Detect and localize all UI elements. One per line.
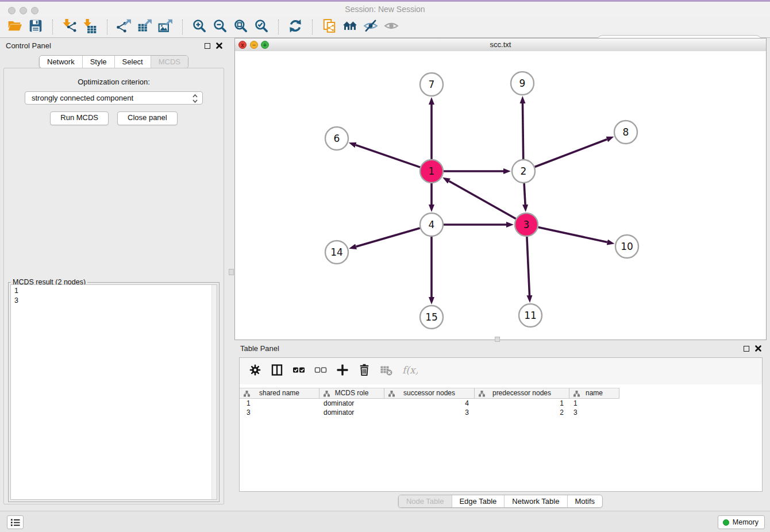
- node-15[interactable]: 15: [420, 306, 443, 329]
- task-history-button[interactable]: [7, 515, 24, 529]
- close-panel-icon[interactable]: [215, 42, 223, 49]
- close-table-panel-icon[interactable]: [754, 345, 762, 352]
- node-14[interactable]: 14: [325, 241, 348, 264]
- show-details-icon: [384, 18, 399, 36]
- duplicate-network-button[interactable]: [319, 18, 340, 36]
- table-tab-edge-table[interactable]: Edge Table: [451, 495, 504, 507]
- zoom-selected-button[interactable]: [251, 18, 272, 36]
- node-8[interactable]: 8: [614, 121, 637, 144]
- show-details-button: [381, 18, 402, 36]
- node-label: 6: [334, 133, 340, 144]
- node-2[interactable]: 2: [512, 160, 535, 183]
- edge-2-8[interactable]: [535, 140, 607, 167]
- save-session-button[interactable]: [25, 18, 46, 36]
- column-header-successor-nodes[interactable]: successor nodes: [384, 388, 475, 399]
- table-tab-node-table[interactable]: Node Table: [399, 495, 452, 507]
- memory-button[interactable]: Memory: [718, 515, 765, 529]
- table-cell: 1: [475, 399, 569, 408]
- select-all-button[interactable]: [289, 362, 309, 380]
- optimization-criterion-label: Optimization criterion:: [4, 78, 224, 86]
- table-cell: 3: [569, 408, 619, 417]
- refresh-button[interactable]: [285, 18, 306, 36]
- node-6[interactable]: 6: [325, 127, 348, 150]
- delete-column-button[interactable]: [355, 362, 374, 380]
- float-panel-icon[interactable]: [205, 43, 210, 49]
- network-title: scc.txt: [235, 40, 766, 49]
- edge-2-9[interactable]: [523, 103, 523, 159]
- column-header-label: predecessor nodes: [475, 388, 569, 398]
- node-label: 9: [519, 78, 526, 89]
- export-network-button[interactable]: [114, 18, 134, 36]
- main-toolbar: [0, 16, 770, 38]
- tab-style[interactable]: Style: [82, 56, 114, 68]
- column-header-MCDS-role[interactable]: MCDS role: [319, 388, 384, 399]
- export-table-icon: [137, 18, 152, 36]
- node-1[interactable]: 1: [420, 160, 443, 183]
- function-builder-icon: f(x): [398, 363, 418, 379]
- vertical-splitter-handle[interactable]: [229, 269, 234, 275]
- tab-mcds[interactable]: MCDS: [151, 56, 188, 68]
- node-label: 8: [623, 126, 629, 138]
- column-header-predecessor-nodes[interactable]: predecessor nodes: [475, 388, 569, 399]
- zoom-fit-button[interactable]: [230, 18, 251, 36]
- node-3[interactable]: 3: [515, 213, 538, 236]
- edge-1-6[interactable]: [356, 145, 420, 167]
- criterion-dropdown[interactable]: strongly connected component: [25, 91, 203, 105]
- edge-2-3[interactable]: [524, 183, 525, 205]
- table-tab-network-table[interactable]: Network Table: [504, 495, 567, 507]
- zoom-selected-icon: [254, 18, 269, 36]
- import-table-button[interactable]: [80, 18, 101, 36]
- edge-3-10[interactable]: [538, 228, 607, 242]
- toolbar-separator: [52, 20, 53, 34]
- deselect-all-button[interactable]: [311, 362, 330, 380]
- memory-label: Memory: [733, 518, 759, 526]
- network-home-button[interactable]: [340, 18, 360, 36]
- chevron-up-down-icon: [192, 93, 198, 104]
- node-4[interactable]: 4: [420, 213, 443, 236]
- float-table-panel-icon[interactable]: [744, 346, 749, 352]
- import-network-icon: [62, 18, 77, 36]
- export-table-button[interactable]: [134, 18, 155, 36]
- refresh-icon: [288, 18, 303, 36]
- table-row[interactable]: 1dominator411: [240, 399, 619, 408]
- edge-3-1[interactable]: [449, 181, 516, 219]
- mcds-result-textarea[interactable]: 13: [10, 284, 217, 500]
- table-tab-motifs[interactable]: Motifs: [567, 495, 602, 507]
- edge-4-14[interactable]: [356, 228, 420, 246]
- tab-network[interactable]: Network: [40, 56, 82, 68]
- node-11[interactable]: 11: [519, 304, 542, 327]
- toolbar-separator: [107, 20, 107, 34]
- node-7[interactable]: 7: [420, 73, 443, 96]
- node-10[interactable]: 10: [615, 235, 638, 258]
- zoom-fit-icon: [233, 18, 248, 36]
- zoom-in-icon: [192, 18, 207, 36]
- show-columns-button[interactable]: [267, 362, 287, 380]
- delete-column-icon: [357, 363, 371, 379]
- network-window-titlebar[interactable]: x – + scc.txt: [235, 38, 766, 52]
- table-row[interactable]: 3dominator323: [240, 408, 619, 417]
- zoom-in-button[interactable]: [189, 18, 210, 36]
- node-label: 1: [429, 165, 435, 177]
- open-session-button[interactable]: [5, 18, 25, 36]
- edge-3-11[interactable]: [527, 237, 530, 295]
- toggle-graphics-button[interactable]: [360, 18, 381, 36]
- run-mcds-button[interactable]: Run MCDS: [50, 111, 109, 125]
- table-mode-gear-button[interactable]: [245, 362, 265, 380]
- create-column-button[interactable]: [333, 362, 352, 380]
- create-column-icon: [336, 363, 349, 379]
- tab-select[interactable]: Select: [114, 56, 151, 68]
- result-scrollbar[interactable]: [211, 285, 217, 499]
- close-panel-button[interactable]: Close panel: [117, 111, 178, 125]
- zoom-out-button[interactable]: [210, 18, 230, 36]
- memory-status-icon: [723, 519, 729, 526]
- column-header-name[interactable]: name: [569, 388, 619, 399]
- export-image-button[interactable]: [155, 18, 176, 36]
- export-image-icon: [158, 18, 173, 36]
- node-label: 15: [425, 311, 438, 323]
- column-header-shared-name[interactable]: shared name: [240, 388, 319, 399]
- node-9[interactable]: 9: [511, 72, 534, 95]
- node-label: 10: [621, 241, 633, 252]
- network-home-icon: [342, 18, 357, 36]
- import-network-button[interactable]: [59, 18, 80, 36]
- duplicate-network-icon: [322, 18, 337, 36]
